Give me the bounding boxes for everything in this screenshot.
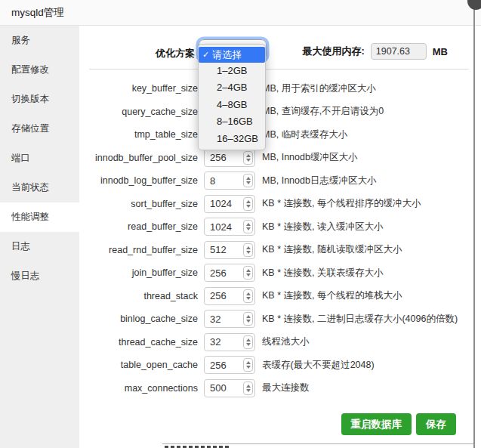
stepper-icon[interactable] [243,266,253,280]
param-label: binlog_cache_size [79,314,198,324]
stepper-icon[interactable] [243,220,253,233]
max-memory-group: 最大使用内存: MB [302,42,448,60]
param-description: KB * 连接数, 读入缓冲区大小 [262,221,383,233]
stepper-icon[interactable] [243,289,253,303]
restart-database-button[interactable]: 重启数据库 [341,413,412,435]
stepper-icon[interactable] [243,197,253,211]
table-row: table_open_cache 表缓存(最大不要超过2048) [79,354,481,377]
param-description: KB * 连接数, 每个线程的堆栈大小 [262,289,402,302]
menu-item-16-32gb[interactable]: 16–32GB [199,131,265,147]
param-description: MB, 查询缓存,不开启请设为0 [262,105,384,118]
param-description: KB * 连接数, 随机读取缓冲区大小 [262,243,402,256]
param-label: read_rnd_buffer_size [79,245,198,255]
param-description: 最大连接数 [262,382,310,394]
menu-item-label: 8–16GB [217,116,253,127]
optimize-plan-label: 优化方案 [79,47,195,60]
menu-item-label: 请选择 [212,49,242,60]
param-description: MB, Innodb缓冲区大小 [262,151,357,164]
sidebar-item-slow-logs[interactable]: 慢日志 [0,261,79,291]
menu-item-8-16gb[interactable]: 8–16GB [199,113,265,130]
menu-item-label: 2–4GB [217,82,247,93]
param-input-wrap [204,333,255,351]
stepper-icon[interactable] [243,382,253,395]
sidebar-item-port[interactable]: 端口 [0,144,79,173]
param-input-wrap [204,241,255,259]
stepper-icon[interactable] [243,243,253,257]
param-input-wrap [204,287,255,305]
param-input-wrap [204,171,255,190]
sidebar-item-performance-tuning[interactable]: 性能调整 [0,202,79,232]
table-row: key_buffer_size MB, 用于索引的缓冲区大小 [79,77,481,100]
stepper-icon[interactable] [243,312,253,326]
stepper-icon[interactable] [243,174,253,187]
menu-item-4-8gb[interactable]: 4–8GB [199,97,265,113]
param-label: innodb_log_buffer_size [79,175,198,186]
sidebar-item-current-status[interactable]: 当前状态 [0,173,79,202]
menu-item-label: 16–32GB [217,133,258,144]
check-icon: ✓ [202,47,209,63]
vertical-scrollbar[interactable] [473,6,475,448]
param-label: table_open_cache [79,360,198,370]
menu-item-please-select[interactable]: ✓ 请选择 [199,47,265,63]
param-label: max_connections [79,383,198,394]
sidebar-item-config-edit[interactable]: 配置修改 [0,55,79,85]
menu-item-label: 1–2GB [217,65,247,76]
param-label: query_cache_size [79,107,198,117]
menu-item-1-2gb[interactable]: 1–2GB [199,63,265,79]
table-row: read_buffer_size KB * 连接数, 读入缓冲区大小 [79,215,481,239]
sidebar: 服务 配置修改 切换版本 存储位置 端口 当前状态 性能调整 日志 慢日志 [0,26,79,448]
table-row: max_connections 最大连接数 [79,377,481,400]
param-input-wrap [204,310,255,328]
param-description: MB, Innodb日志缓冲区大小 [262,175,376,187]
performance-panel: 优化方案 最大使用内存: MB key_buffer_size MB, 用于索引… [79,26,481,448]
table-row: read_rnd_buffer_size KB * 连接数, 随机读取缓冲区大小 [79,239,481,262]
action-buttons: 重启数据库 保存 [341,413,457,435]
param-description: KB * 连接数, 每个线程排序的缓冲大小 [262,197,421,210]
optimize-plan-dropdown-menu: ✓ 请选择 1–2GB 2–4GB 4–8GB 8–16GB 16–32GB [198,44,266,150]
param-input-wrap [204,379,255,397]
param-label: innodb_buffer_pool_size [79,153,198,163]
menu-item-2-4gb[interactable]: 2–4GB [199,79,265,96]
save-button[interactable]: 保存 [416,413,456,435]
sidebar-item-storage-location[interactable]: 存储位置 [0,114,79,144]
param-description: MB, 用于索引的缓冲区大小 [262,82,376,95]
table-row: binlog_cache_size KB * 连接数, 二进制日志缓存大小(40… [79,307,481,331]
param-label: sort_buffer_size [79,199,198,209]
table-row: join_buffer_size KB * 连接数, 关联表缓存大小 [79,261,481,285]
sidebar-item-service[interactable]: 服务 [0,26,79,55]
bottom-divider [162,443,475,444]
sidebar-item-logs[interactable]: 日志 [0,232,79,261]
param-label: thread_stack [79,291,198,301]
stepper-icon[interactable] [243,335,253,349]
param-description: KB * 连接数, 二进制日志缓存大小(4096的倍数) [262,313,458,326]
table-row: query_cache_size MB, 查询缓存,不开启请设为0 [79,100,481,124]
max-memory-unit: MB [433,46,448,57]
menu-item-label: 4–8GB [217,99,247,110]
param-input-wrap [204,195,255,213]
tuning-form: key_buffer_size MB, 用于索引的缓冲区大小 query_cac… [79,77,481,400]
param-input-wrap [204,264,255,282]
title-bar: mysqld管理 [0,0,481,26]
param-label: thread_cache_size [79,337,198,348]
table-row: innodb_log_buffer_size MB, Innodb日志缓冲区大小 [79,169,481,193]
section-divider [89,69,469,70]
stepper-icon[interactable] [243,358,253,372]
param-label: tmp_table_size [79,129,198,140]
param-label: join_buffer_size [79,267,198,278]
param-description: 表缓存(最大不要超过2048) [262,359,375,372]
param-label: read_buffer_size [79,221,198,232]
stepper-icon[interactable] [243,151,253,165]
page-title: mysqld管理 [0,0,481,25]
max-memory-label: 最大使用内存: [302,45,364,58]
table-row: thread_cache_size 线程池大小 [79,331,481,354]
table-row: sort_buffer_size KB * 连接数, 每个线程排序的缓冲大小 [79,193,481,216]
param-label: key_buffer_size [79,83,198,94]
param-input-wrap [204,218,255,236]
param-input-wrap [204,356,255,374]
table-row: innodb_buffer_pool_size MB, Innodb缓冲区大小 [79,147,481,170]
sidebar-item-switch-version[interactable]: 切换版本 [0,85,79,114]
max-memory-input [371,43,427,60]
param-input-wrap [204,149,255,167]
table-row: thread_stack KB * 连接数, 每个线程的堆栈大小 [79,285,481,308]
param-description: 线程池大小 [262,335,310,348]
